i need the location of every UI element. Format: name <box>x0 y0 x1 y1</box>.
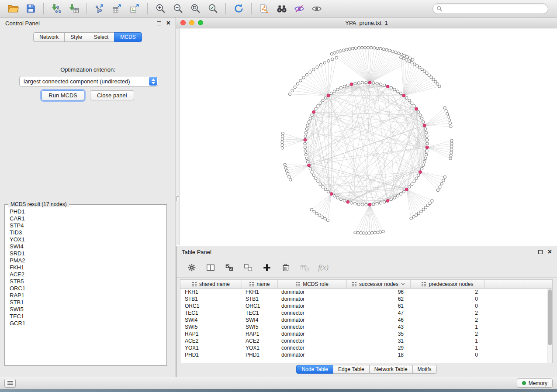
network-node[interactable] <box>365 81 367 84</box>
network-node[interactable] <box>327 190 330 193</box>
network-node[interactable] <box>405 96 408 99</box>
table-cell[interactable]: dominator <box>278 296 347 302</box>
table-cell[interactable]: connector <box>278 310 347 316</box>
result-item[interactable]: TID3 <box>6 229 166 236</box>
table-cell[interactable]: dominator <box>278 352 347 358</box>
search-box[interactable] <box>432 3 548 14</box>
network-node[interactable] <box>330 52 333 55</box>
table-cell[interactable]: YOX1 <box>242 345 278 351</box>
zoom-selected-button[interactable] <box>205 2 220 16</box>
network-node[interactable] <box>423 70 426 72</box>
network-node[interactable] <box>321 216 323 218</box>
result-item[interactable]: SWI4 <box>6 243 166 250</box>
network-node[interactable] <box>368 232 370 234</box>
network-node[interactable] <box>391 50 394 52</box>
network-node[interactable] <box>331 58 334 61</box>
network-node[interactable] <box>281 132 284 134</box>
network-node[interactable] <box>410 217 412 220</box>
network-node[interactable] <box>318 214 321 217</box>
table-row[interactable]: ACE2ACE2connector311 <box>180 337 552 344</box>
table-row[interactable]: RAP1RAP1dominator352 <box>180 330 552 337</box>
network-node[interactable] <box>370 46 373 49</box>
network-node[interactable] <box>306 124 309 127</box>
network-node[interactable] <box>403 54 405 57</box>
network-node[interactable] <box>333 52 336 54</box>
network-node[interactable] <box>323 62 326 64</box>
table-cell[interactable]: connector <box>278 324 347 330</box>
network-node[interactable] <box>304 153 307 156</box>
network-node[interactable] <box>412 216 415 218</box>
network-node[interactable] <box>288 93 291 96</box>
network-node[interactable] <box>382 48 385 51</box>
find-button[interactable] <box>274 2 289 16</box>
network-node[interactable] <box>421 167 423 170</box>
table-cell[interactable]: 1 <box>411 324 485 330</box>
network-node[interactable] <box>417 174 420 176</box>
status-menu-button[interactable] <box>4 379 16 388</box>
network-node[interactable] <box>385 48 388 51</box>
result-item[interactable]: ORC1 <box>6 285 166 292</box>
table-cell[interactable]: STB1 <box>242 296 278 302</box>
network-node[interactable] <box>304 142 306 145</box>
network-node[interactable] <box>326 219 329 221</box>
network-node[interactable] <box>357 82 360 84</box>
network-dominator-node[interactable] <box>368 81 371 84</box>
table-cell[interactable]: connector <box>278 338 347 344</box>
result-item[interactable]: PHD1 <box>6 208 166 215</box>
save-session-button[interactable] <box>23 2 38 16</box>
result-item[interactable]: STB1 <box>6 299 166 306</box>
network-graph[interactable] <box>180 28 557 245</box>
tab-style[interactable]: Style <box>64 32 88 42</box>
network-node[interactable] <box>357 46 360 49</box>
table-cell[interactable]: RAP1 <box>180 331 242 337</box>
network-node[interactable] <box>372 82 375 84</box>
network-node[interactable] <box>333 90 336 93</box>
table-cell[interactable]: 62 <box>347 296 411 302</box>
network-dominator-node[interactable] <box>415 107 418 110</box>
network-node[interactable] <box>440 182 443 185</box>
network-node[interactable] <box>382 230 384 233</box>
network-node[interactable] <box>315 177 317 179</box>
table-cell[interactable]: 29 <box>347 345 411 351</box>
network-node[interactable] <box>324 188 327 191</box>
table-cell[interactable]: 2 <box>411 289 485 295</box>
table-cell[interactable]: ORC1 <box>242 303 278 309</box>
network-node[interactable] <box>402 57 405 60</box>
network-node[interactable] <box>393 88 396 91</box>
network-node[interactable] <box>449 122 451 124</box>
table-cell[interactable]: SWI5 <box>242 324 278 330</box>
table-cell[interactable]: SWI4 <box>180 317 242 323</box>
open-session-button[interactable] <box>6 2 21 16</box>
float-table-panel-icon[interactable] <box>538 250 543 254</box>
network-node[interactable] <box>431 199 433 202</box>
network-node[interactable] <box>417 212 420 215</box>
table-cell[interactable]: SWI4 <box>242 317 278 323</box>
table-scrollbar[interactable] <box>547 289 552 363</box>
table-cell[interactable]: 61 <box>347 303 411 309</box>
network-node[interactable] <box>450 148 453 151</box>
tab-select[interactable]: Select <box>88 32 114 42</box>
network-node[interactable] <box>285 169 288 172</box>
network-node[interactable] <box>416 65 419 67</box>
network-node[interactable] <box>383 84 386 86</box>
network-node[interactable] <box>425 131 428 134</box>
network-dominator-node[interactable] <box>304 138 307 141</box>
network-node[interactable] <box>311 114 313 117</box>
network-node[interactable] <box>339 86 342 89</box>
network-node[interactable] <box>425 153 428 156</box>
network-node[interactable] <box>362 232 365 234</box>
network-node[interactable] <box>354 203 356 205</box>
network-node[interactable] <box>423 161 426 163</box>
result-item[interactable]: STP4 <box>6 222 166 229</box>
export-network-button[interactable] <box>92 2 107 16</box>
network-window-titlebar[interactable]: YPA_prune.txt_1 <box>176 17 557 28</box>
table-cell[interactable]: 31 <box>347 338 411 344</box>
network-node[interactable] <box>388 49 391 52</box>
network-node[interactable] <box>443 175 446 178</box>
network-dominator-node[interactable] <box>312 110 315 113</box>
network-dominator-node[interactable] <box>308 164 311 167</box>
network-node[interactable] <box>317 105 319 107</box>
table-row[interactable]: SWI5SWI5connector431 <box>180 323 552 330</box>
table-cell[interactable]: 2 <box>411 331 485 337</box>
run-mcds-button[interactable]: Run MCDS <box>42 90 84 100</box>
